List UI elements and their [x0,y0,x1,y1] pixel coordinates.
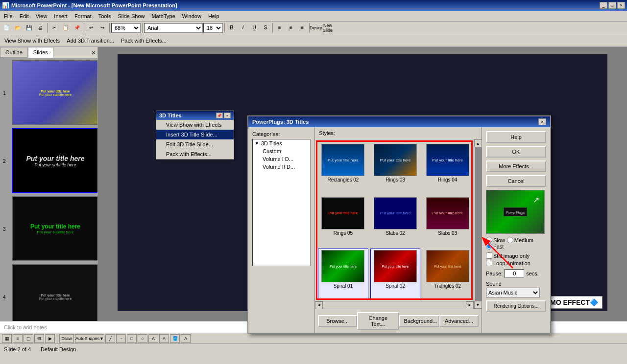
dialog-right-wrapper: Styles: Put your title here [315,127,550,333]
still-image-label[interactable]: Still image only [486,252,546,259]
arrow-btn[interactable]: → [116,334,126,343]
save-btn[interactable]: 💾 [24,23,34,33]
tree-expand-icon: ▼ [255,141,259,146]
style-slabs03[interactable]: Put your title here Slabs 03 [422,196,473,247]
view-sorter-btn[interactable]: ⊞ [34,334,44,343]
fill-color-btn[interactable]: 🪣 [170,334,180,343]
style-rings04[interactable]: Put your title here Rings 04 [422,142,473,194]
rect-btn[interactable]: □ [127,334,137,343]
align-center-btn[interactable]: ≡ [286,23,296,33]
copy-btn[interactable]: 📋 [60,23,71,33]
rendering-options-btn[interactable]: Rendering Options... [486,300,546,312]
print-btn[interactable]: 🖨 [35,23,46,33]
speed-fast-radio[interactable] [486,243,492,250]
menu-edit[interactable]: Edit [17,12,32,20]
underline-btn[interactable]: U [249,23,260,33]
fontsize-select[interactable]: 18 [203,23,223,33]
style-rect02[interactable]: Put your title here Rectangles 02 [318,142,368,194]
font-select[interactable]: Arial [144,23,203,33]
menu-help[interactable]: Help [205,12,222,20]
window-title: Microsoft PowerPoint - [New Microsoft Po… [11,2,177,8]
bold-btn[interactable]: B [226,23,237,33]
tree-vol2[interactable]: Volume II D... [261,163,310,171]
oval-btn[interactable]: ○ [138,334,147,343]
style-slabs02[interactable]: Put your title here Slabs 02 [370,196,421,247]
tree-root[interactable]: ▼ 3D Titles [253,139,310,147]
new-slide-btn[interactable]: New Slide [322,23,333,33]
new-btn[interactable]: 📄 [1,23,12,33]
advanced-btn[interactable]: Advanced... [439,315,479,327]
view-normal-btn[interactable]: ▦ [2,334,12,343]
view-effects-btn[interactable]: View Show with Effects [2,35,62,46]
still-image-checkbox[interactable] [486,252,492,259]
scroll-left-btn[interactable]: ◄ [315,301,323,309]
change-text-btn[interactable]: Change Text... [357,312,399,330]
menu-mathtype[interactable]: MathType [148,12,178,20]
text-btn[interactable]: A [148,334,158,343]
add-3d-btn[interactable]: Add 3D Transition... [64,35,117,46]
menu-file[interactable]: File [1,12,16,20]
view-outline-btn[interactable]: ≡ [13,334,23,343]
preview-box: PowerPlugs ↗ [486,190,545,234]
menu-window[interactable]: Window [179,12,204,20]
background-btn[interactable]: Background... [399,315,439,327]
draw-btn[interactable]: Draw [59,334,74,343]
menu-insert[interactable]: Insert [51,12,71,20]
style-tri02[interactable]: Put your title here Triangles 02 [422,249,473,300]
wordart-btn[interactable]: A [159,334,169,343]
style-rings05[interactable]: Put your title here Rings 05 [318,196,368,247]
help-btn[interactable]: Help [486,131,546,143]
dialog-close-btn[interactable]: × [538,118,546,125]
scroll-up-btn[interactable]: ▲ [474,139,482,147]
design-btn[interactable]: Design [311,23,322,33]
undo-btn[interactable]: ↩ [86,23,96,33]
open-btn[interactable]: 📂 [12,23,23,33]
loop-animation-label[interactable]: Loop Animation [486,260,546,266]
ok-btn[interactable]: OK [486,146,546,158]
autoshapes-btn[interactable]: AutoShapes▼ [75,334,104,343]
tree-vol1[interactable]: Volume I D... [261,155,310,163]
speed-medium-radio[interactable] [507,237,513,243]
paste-btn[interactable]: 📌 [72,23,82,33]
menu-view[interactable]: View [33,12,50,20]
speed-slow-label[interactable]: Slow [486,237,505,243]
cancel-btn[interactable]: Cancel [486,175,546,187]
view-slide-btn[interactable]: ▢ [24,334,33,343]
style-spiral01[interactable]: Put your title here Spiral 01 [318,249,368,300]
minimize-btn[interactable]: _ [600,2,607,9]
style-rings03[interactable]: Put your title here Rings 03 [370,142,421,194]
strikethrough-btn[interactable]: S [260,23,271,33]
pause-unit: secs. [526,271,539,276]
pack-effects-btn[interactable]: Pack with Effects... [119,35,169,46]
speed-medium-label[interactable]: Medium [507,237,533,243]
line-btn[interactable]: ╱ [105,334,115,343]
zoom-select[interactable]: 68% [111,23,141,33]
style-thumb-slabs03: Put your title here [426,197,469,229]
align-right-btn[interactable]: ≡ [297,23,308,33]
menu-tools[interactable]: Tools [96,12,114,20]
pause-input[interactable]: 0 [505,269,524,278]
loop-animation-checkbox[interactable] [486,260,492,266]
restore-btn[interactable]: ▭ [608,2,616,9]
sound-label: Sound [486,281,546,287]
menu-format[interactable]: Format [72,12,95,20]
close-btn[interactable]: × [617,2,625,9]
scroll-right-btn[interactable]: ► [466,301,474,309]
view-show-btn[interactable]: ▶ [45,334,55,343]
dialog-right-panel: Help OK More Effects... Cancel PowerPlug… [482,127,550,333]
italic-btn[interactable]: I [238,23,248,33]
style-spiral02[interactable]: Put your title here Spiral 02 [370,249,421,300]
sound-select[interactable]: Asian Music [486,288,540,297]
scroll-track[interactable] [475,147,482,301]
speed-fast-label[interactable]: Fast [486,243,504,250]
cut-btn[interactable]: ✂ [49,23,60,33]
tree-custom[interactable]: Custom [261,147,310,155]
browse-btn[interactable]: Browse... [318,315,357,327]
font-color-btn[interactable]: A [181,334,191,343]
more-effects-btn[interactable]: More Effects... [486,160,546,172]
align-left-btn[interactable]: ≡ [274,23,285,33]
redo-btn[interactable]: ↪ [97,23,108,33]
scroll-down-btn[interactable]: ▼ [474,301,482,309]
menu-slideshow[interactable]: Slide Show [115,12,147,20]
speed-slow-radio[interactable] [486,237,492,243]
